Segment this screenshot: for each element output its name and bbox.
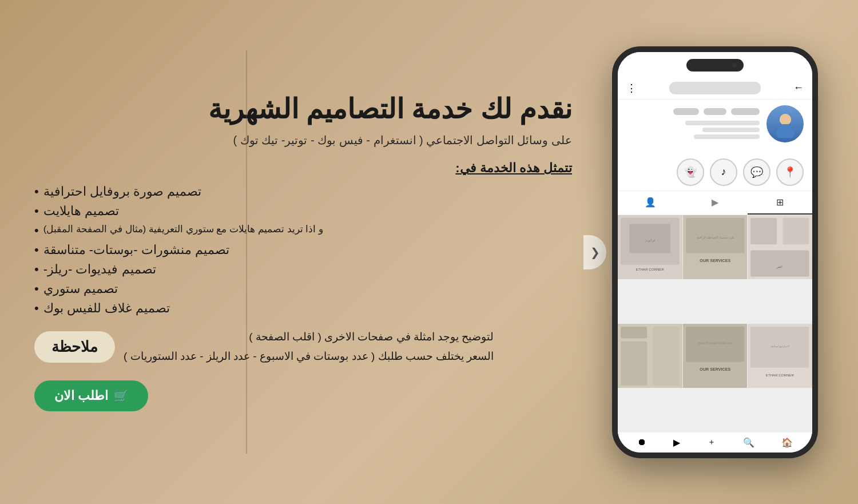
tab-tagged[interactable]: 👤 <box>618 191 682 215</box>
profile-top <box>626 105 804 142</box>
post-design-2: OUR SERVICES في صحبنا الخباطة الراقية <box>683 215 748 280</box>
page-wrapper: ❮ ← ⋮ <box>0 0 858 504</box>
post-design-3: ETHAR CORNER اثر كورنر <box>618 215 682 280</box>
avatar <box>766 105 804 142</box>
svg-text:QUALITY AND CARE AND: QUALITY AND CARE AND <box>697 341 733 344</box>
post-item-6 <box>618 324 682 388</box>
list-item-2: تصميم هايلايت <box>34 204 572 219</box>
profile-stats <box>626 108 760 139</box>
nav-back-icon[interactable]: ← <box>793 82 804 94</box>
tab-video[interactable]: ▶ <box>682 191 747 215</box>
list-item-4: تصميم منشورات -بوستات- متناسقة <box>34 243 572 257</box>
posts-grid: اثمر OUR SERVICES في صحبنا الخباطة الراق… <box>618 215 812 432</box>
bottom-record-icon[interactable]: ⏺ <box>637 437 646 448</box>
service-heading: تتمثل هذه الخدمة في: <box>34 161 572 176</box>
note-line2: السعر يختلف حسب طلبك ( عدد بوستات في الا… <box>124 347 494 366</box>
main-title: نقدم لك خدمة التصاميم الشهرية <box>34 93 572 126</box>
subtitle: على وسائل التواصل الاجتماعي ( انستغرام -… <box>34 131 572 149</box>
stat-bar-1 <box>731 108 760 115</box>
highlight-circle-location: 📍 <box>776 158 804 186</box>
svg-rect-28 <box>653 327 679 385</box>
highlight-circle-tiktok: ♪ <box>710 158 737 186</box>
post-item-4: ETHAR CORNER التنارامها تجاذبك <box>748 324 812 388</box>
list-item-7: تصميم غلاف للفيس بوك <box>34 301 572 316</box>
highlights-row: 📍 💬 ♪ 👻 <box>618 154 812 191</box>
phone-screen: ← ⋮ <box>618 52 812 453</box>
profile-section <box>618 100 812 154</box>
highlight-item-location[interactable]: 📍 <box>776 158 804 186</box>
svg-point-2 <box>780 114 791 125</box>
phone-frame: ← ⋮ <box>612 46 818 458</box>
avatar-image <box>766 105 804 142</box>
stat-bars <box>626 108 760 115</box>
bio-bars <box>626 121 760 139</box>
post-item-2: OUR SERVICES في صحبنا الخباطة الراقية <box>683 215 748 280</box>
post-design-6 <box>618 324 682 388</box>
order-button-label: اطلب الان <box>54 388 108 403</box>
svg-text:اثمر: اثمر <box>777 264 783 269</box>
svg-rect-29 <box>621 327 647 338</box>
svg-text:ETHAR CORNER: ETHAR CORNER <box>766 373 795 377</box>
bottom-search-icon[interactable]: 🔍 <box>743 437 754 448</box>
highlight-circle-snapchat: 👻 <box>677 158 704 186</box>
svg-rect-3 <box>780 124 791 131</box>
svg-text:اثر كورنر: اثر كورنر <box>645 239 655 243</box>
post-item-1: اثمر <box>748 215 812 280</box>
svg-rect-6 <box>783 218 809 244</box>
stat-bar-3 <box>673 108 699 115</box>
highlight-item-chat[interactable]: 💬 <box>743 158 770 186</box>
nav-search-bar <box>669 82 761 94</box>
order-button[interactable]: 🛒 اطلب الان <box>34 380 148 411</box>
post-design-1: اثمر <box>748 215 812 280</box>
highlight-item-snapchat[interactable]: 👻 <box>677 158 704 186</box>
list-item-5: تصميم فيديوات -ريلز- <box>34 262 572 277</box>
svg-rect-27 <box>621 341 647 385</box>
tab-bar: ⊞ ▶ 👤 <box>618 191 812 215</box>
bio-bar-3 <box>694 134 760 139</box>
stat-bar-2 <box>704 108 726 115</box>
note-badge: ملاحظة <box>34 331 115 363</box>
bottom-home-icon[interactable]: 🏠 <box>781 437 793 448</box>
svg-text:ETHAR CORNER: ETHAR CORNER <box>636 267 665 271</box>
note-line1: لتوضيح يوجد امثلة في صفحات الاخرى ( اقلب… <box>124 327 494 347</box>
tab-grid[interactable]: ⊞ <box>748 191 812 215</box>
nav-bar: ← ⋮ <box>618 77 812 100</box>
note-section: لتوضيح يوجد امثلة في صفحات الاخرى ( اقلب… <box>34 327 572 366</box>
svg-text:OUR SERVICES: OUR SERVICES <box>700 367 730 371</box>
post-design-4: ETHAR CORNER التنارامها تجاذبك <box>748 324 812 388</box>
post-design-5: OUR SERVICES QUALITY AND CARE AND <box>683 324 748 388</box>
list-item-1: تصميم صورة بروفايل احترافية <box>34 184 572 199</box>
phone-section: ❮ ← ⋮ <box>595 46 835 458</box>
text-section: نقدم لك خدمة التصاميم الشهرية على وسائل … <box>23 93 595 412</box>
phone-bottom-bar: 🏠 🔍 ＋ ▶ ⏺ <box>618 432 812 453</box>
service-list: تصميم صورة بروفايل احترافية تصميم هايلاي… <box>34 184 572 316</box>
bio-bar-2 <box>702 128 760 132</box>
phone-notch <box>686 59 744 72</box>
svg-rect-5 <box>750 218 777 244</box>
svg-text:OUR SERVICES: OUR SERVICES <box>700 258 730 263</box>
list-item-6: تصميم ستوري <box>34 281 572 296</box>
nav-dots-icon[interactable]: ⋮ <box>626 82 637 94</box>
note-text-block: لتوضيح يوجد امثلة في صفحات الاخرى ( اقلب… <box>124 327 494 366</box>
bio-bar-1 <box>685 121 760 125</box>
vertical-divider <box>246 50 247 454</box>
svg-rect-7 <box>750 250 809 276</box>
highlight-circle-chat: 💬 <box>743 158 770 186</box>
svg-text:في صحبنا الخباطة الراقية: في صحبنا الخباطة الراقية <box>696 235 733 239</box>
cart-icon: 🛒 <box>114 389 128 403</box>
bottom-play-icon[interactable]: ▶ <box>673 437 680 448</box>
left-arrow-button[interactable]: ❮ <box>583 235 606 269</box>
highlight-item-tiktok[interactable]: ♪ <box>710 158 737 186</box>
svg-text:التنارامها تجاذبك: التنارامها تجاذبك <box>770 344 789 348</box>
post-item-5: OUR SERVICES QUALITY AND CARE AND <box>683 324 748 388</box>
post-item-3: ETHAR CORNER اثر كورنر <box>618 215 682 280</box>
list-item-3: و اذا تريد تصميم هايلات مع ستوري التعريف… <box>34 223 572 238</box>
bottom-add-icon[interactable]: ＋ <box>708 437 716 448</box>
